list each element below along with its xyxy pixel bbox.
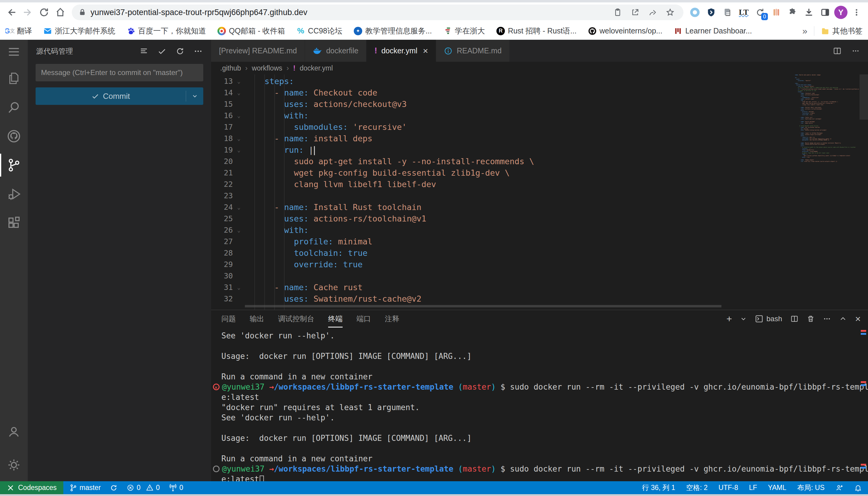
code-line[interactable]: 30 — [211, 270, 868, 282]
code-line[interactable]: 29 override: true — [211, 259, 868, 270]
extension-languagetool-button[interactable]: LT — [736, 5, 751, 19]
code-line[interactable]: 24⌄ - name: Install Rust toolchain — [211, 202, 868, 213]
code-line[interactable]: 17 submodules: 'recursive' — [211, 121, 868, 133]
code-line[interactable]: 26⌄ with: — [211, 224, 868, 236]
code-line[interactable]: 27 profile: minimal — [211, 236, 868, 247]
editor-tab-dockerfile[interactable]: dockerfile — [305, 40, 366, 62]
fold-chevron-icon[interactable]: ⌄ — [233, 76, 245, 87]
view-as-list-icon[interactable] — [139, 47, 148, 56]
extension-pens-button[interactable] — [769, 5, 783, 19]
new-terminal-button[interactable]: + — [727, 313, 732, 325]
more-actions-icon[interactable] — [194, 47, 203, 56]
close-tab-icon[interactable]: × — [423, 46, 428, 56]
minimap-slider[interactable] — [859, 74, 868, 120]
bookmark-item[interactable]: 学在浙大 — [443, 26, 485, 36]
remote-indicator[interactable]: Codespaces — [0, 481, 63, 494]
editor-more-actions-icon[interactable] — [852, 47, 859, 55]
encoding[interactable]: UTF-8 — [718, 484, 738, 492]
code-line[interactable]: 20 sudo apt-get install -y --no-install-… — [211, 156, 868, 167]
split-terminal-icon[interactable] — [791, 315, 798, 323]
code-line[interactable]: 13⌄ steps: — [211, 76, 868, 87]
home-button[interactable] — [53, 5, 68, 19]
panel-tab-问题[interactable]: 问题 — [221, 310, 236, 328]
code-line[interactable]: 15 uses: actions/checkout@v3 — [211, 98, 868, 110]
code-line[interactable]: 23 — [211, 190, 868, 202]
commit-button[interactable]: Commit — [35, 88, 203, 105]
sidebar-item-github[interactable] — [0, 122, 28, 151]
code-line[interactable]: 14⌄ - name: Checkout code — [211, 87, 868, 98]
forward-button[interactable] — [20, 5, 35, 19]
fold-chevron-icon[interactable]: ⌄ — [233, 282, 245, 293]
bookmark-item[interactable]: Learner Dashboar... — [674, 27, 752, 35]
sidebar-item-search[interactable] — [0, 93, 28, 122]
open-in-window-button[interactable] — [629, 6, 642, 19]
address-bar[interactable]: yunwei37-potential-space-trout-rpr5qwj66… — [72, 4, 684, 20]
extensions-puzzle-button[interactable] — [785, 5, 800, 19]
code-line[interactable]: 25 uses: actions-rs/toolchain@v1 — [211, 213, 868, 224]
kill-terminal-trash-icon[interactable] — [807, 315, 814, 323]
cursor-position[interactable]: 行 36, 列 1 — [642, 483, 675, 492]
horizontal-scrollbar[interactable] — [245, 305, 721, 307]
settings-button[interactable] — [0, 450, 28, 479]
bookmark-item[interactable]: weloveinterns/op... — [588, 27, 662, 35]
feedback-icon[interactable] — [835, 484, 843, 492]
keyboard-layout[interactable]: 布局: US — [797, 483, 825, 492]
bookmark-star-button[interactable] — [663, 6, 677, 19]
code-line[interactable]: 18⌄ - name: install deps — [211, 133, 868, 144]
notifications-bell-icon[interactable] — [854, 484, 862, 492]
editor-tab--preview-readme-md[interactable]: [Preview] README.md — [211, 40, 305, 62]
branch-indicator[interactable]: master — [69, 484, 101, 492]
downloads-button[interactable] — [802, 5, 816, 19]
bookmark-item[interactable]: %CC98论坛 — [297, 26, 342, 36]
panel-tab-注释[interactable]: 注释 — [385, 310, 399, 328]
commit-check-icon[interactable] — [158, 47, 166, 56]
bookmark-item[interactable]: G文翻译 — [5, 26, 32, 36]
bookmark-item[interactable]: ✦教学管理信息服务... — [354, 26, 432, 36]
sidebar-item-explorer[interactable] — [0, 64, 28, 93]
bookmarks-overflow-button[interactable]: » — [802, 26, 807, 36]
fold-chevron-icon[interactable]: ⌄ — [233, 87, 245, 98]
panel-tab-终端[interactable]: 终端 — [328, 310, 343, 328]
extension-sync-button[interactable]: 0 — [753, 5, 767, 19]
problems-indicator[interactable]: 0 0 — [127, 484, 160, 492]
code-editor[interactable]: 13⌄ steps:14⌄ - name: Checkout code15 us… — [211, 74, 868, 310]
terminal-instance-selector[interactable]: bash — [755, 314, 782, 323]
other-bookmarks-button[interactable]: 其他书签 — [821, 26, 863, 36]
code-line[interactable]: 28 toolchain: true — [211, 247, 868, 259]
maximize-panel-icon[interactable] — [839, 315, 847, 322]
accounts-button[interactable] — [0, 417, 28, 446]
code-line[interactable]: 32 uses: Swatinem/rust-cache@v2 — [211, 293, 868, 305]
indentation[interactable]: 空格: 2 — [686, 483, 708, 492]
extension-ring-button[interactable] — [688, 5, 702, 19]
code-line[interactable]: 19⌄ run: | — [211, 144, 868, 156]
panel-tab-调试控制台[interactable]: 调试控制台 — [278, 310, 314, 328]
code-line[interactable]: 21 wget pkg-config build-essential zlib1… — [211, 167, 868, 179]
code-line[interactable]: 16⌄ with: — [211, 110, 868, 121]
terminal-picker-chevron-icon[interactable] — [740, 316, 746, 322]
panel-tab-输出[interactable]: 输出 — [250, 310, 264, 328]
language-mode[interactable]: YAML — [768, 484, 786, 492]
terminal-output[interactable]: See 'docker run --help'.Usage: docker ru… — [211, 328, 868, 481]
refresh-icon[interactable] — [176, 47, 184, 56]
bookmark-item[interactable]: 百度一下，你就知道 — [127, 26, 206, 36]
sidebar-item-extensions[interactable] — [0, 208, 28, 237]
fold-chevron-icon[interactable]: ⌄ — [233, 133, 245, 144]
sidebar-item-source-control[interactable] — [0, 151, 28, 180]
panel-more-icon[interactable] — [823, 315, 831, 323]
panel-tab-端口[interactable]: 端口 — [357, 310, 371, 328]
fold-chevron-icon[interactable]: ⌄ — [233, 110, 245, 121]
profile-avatar[interactable]: Y — [834, 6, 848, 19]
bookmark-item[interactable]: RRust 招聘 - Rust语... — [496, 26, 577, 36]
fold-chevron-icon[interactable]: ⌄ — [233, 202, 245, 213]
browser-menu-button[interactable] — [849, 5, 864, 19]
eol-sequence[interactable]: LF — [749, 484, 757, 492]
commit-dropdown-button[interactable] — [186, 91, 203, 102]
reload-button[interactable] — [37, 5, 51, 19]
minimap[interactable]: name: Build and publis docker image on: … — [795, 74, 859, 177]
side-panel-button[interactable] — [818, 5, 833, 19]
ports-indicator[interactable]: 0 — [169, 484, 183, 492]
application-menu-button[interactable] — [0, 40, 28, 64]
fold-chevron-icon[interactable]: ⌄ — [233, 224, 245, 236]
code-line[interactable]: 31⌄ - name: Cache rust — [211, 282, 868, 293]
close-panel-icon[interactable]: × — [855, 313, 861, 325]
